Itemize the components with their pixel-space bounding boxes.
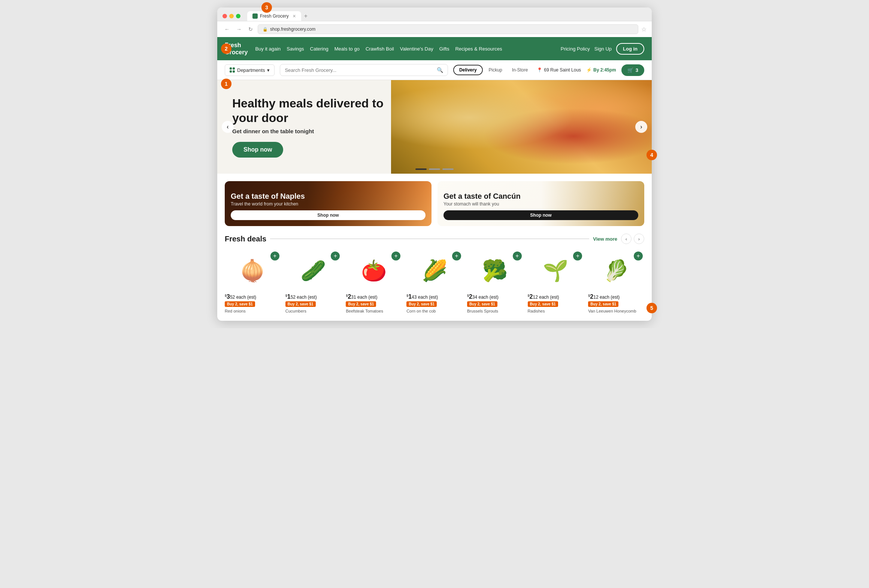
- hero-food-visual: [391, 80, 652, 174]
- annotation-2: 2: [221, 43, 231, 54]
- product-emoji: 🥬: [603, 259, 629, 283]
- dot-red[interactable]: [222, 14, 227, 18]
- reload-button[interactable]: ↻: [246, 25, 255, 33]
- price-cents: 12: [593, 295, 598, 300]
- site-nav-top: Fresh Grocery Buy it again Savings Cater…: [217, 37, 652, 60]
- hero-shop-now-button[interactable]: Shop now: [232, 142, 283, 158]
- browser-titlebar: Fresh Grocery ✕ +: [217, 7, 652, 21]
- product-add-button[interactable]: +: [513, 252, 522, 261]
- product-add-button[interactable]: +: [634, 252, 643, 261]
- price-cents: 12: [533, 295, 538, 300]
- hero-dot-2[interactable]: [429, 168, 440, 170]
- new-tab-button[interactable]: +: [301, 11, 311, 21]
- dot-green[interactable]: [236, 14, 240, 18]
- product-card: 🍅 + $231 each (est) Buy 2, save $1 Beefs…: [346, 250, 402, 313]
- product-add-button[interactable]: +: [391, 252, 400, 261]
- promo-cancun-shop-button[interactable]: Shop now: [443, 210, 638, 220]
- hero-dot-1[interactable]: [415, 168, 427, 170]
- view-more-link[interactable]: View more: [593, 236, 617, 242]
- product-add-button[interactable]: +: [573, 252, 582, 261]
- cart-button[interactable]: 🛒 3: [621, 64, 644, 76]
- tab-close-button[interactable]: ✕: [293, 14, 296, 19]
- product-price: $152 each (est): [285, 293, 342, 300]
- product-image-container: 🌽 +: [406, 250, 463, 291]
- product-card: 🌱 + $212 each (est) Buy 2, save $1 Radis…: [528, 250, 584, 313]
- product-name: Van Leeuwen Honeycomb: [588, 309, 644, 313]
- product-card: 🧅 + $352 each (est) Buy 2, save $1 Red o…: [225, 250, 281, 313]
- pricing-policy-link[interactable]: Pricing Policy: [561, 46, 590, 52]
- address-bar[interactable]: 🔒 shop.freshgrocery.com: [258, 24, 638, 34]
- price-label: each (est): [236, 295, 256, 300]
- nav-link-meals-to-go[interactable]: Meals to go: [334, 46, 360, 52]
- price-cents: 52: [291, 295, 296, 300]
- promo-naples-shop-button[interactable]: Shop now: [231, 210, 426, 220]
- price-dollar: 1: [408, 293, 412, 300]
- chevron-down-icon: ▾: [267, 67, 270, 73]
- product-image-container: 🌱 +: [528, 250, 584, 291]
- nav-link-savings[interactable]: Savings: [287, 46, 304, 52]
- promo-card-naples: Get a taste of Naples Travel the world f…: [225, 181, 432, 226]
- main-nav: Buy it again Savings Catering Meals to g…: [255, 46, 553, 52]
- nav-link-valentines-day[interactable]: Valentine's Day: [400, 46, 433, 52]
- price-label: each (est): [357, 295, 377, 300]
- browser-addressbar: ← → ↻ 🔒 shop.freshgrocery.com ☆: [217, 21, 652, 37]
- price-cents: 34: [472, 295, 477, 300]
- nav-link-gifts[interactable]: Gifts: [439, 46, 449, 52]
- search-bar[interactable]: 🔍: [280, 64, 448, 76]
- deals-header: Fresh deals View more ‹ ›: [225, 234, 644, 244]
- product-name: Beefsteak Tomatoes: [346, 309, 402, 313]
- browser-tab-bar: Fresh Grocery ✕ +: [247, 11, 311, 21]
- deals-prev-button[interactable]: ‹: [621, 234, 632, 244]
- login-button[interactable]: Log in: [616, 43, 644, 55]
- location-icon: 📍: [537, 67, 542, 73]
- price-cents: 31: [351, 295, 356, 300]
- sign-up-link[interactable]: Sign Up: [594, 46, 612, 52]
- dot-yellow[interactable]: [229, 14, 234, 18]
- product-deal-badge: Buy 2, save $1: [346, 301, 376, 307]
- annotation-1: 1: [221, 79, 231, 89]
- product-name: Brussels Sprouts: [467, 309, 523, 313]
- pickup-button[interactable]: Pickup: [485, 65, 506, 74]
- products-grid: 🧅 + $352 each (est) Buy 2, save $1 Red o…: [225, 250, 644, 313]
- grid-icon: [230, 67, 235, 73]
- nav-link-crawfish-boil[interactable]: Crawfish Boil: [366, 46, 394, 52]
- price-dollar: 2: [469, 293, 472, 300]
- promo-card-cancun: Get a taste of Cancún Your stomach will …: [437, 181, 644, 226]
- tab-title: Fresh Grocery: [260, 13, 289, 19]
- departments-button[interactable]: Departments ▾: [225, 64, 275, 76]
- product-price: $231 each (est): [346, 293, 402, 300]
- product-image-container: 🥒 +: [285, 250, 342, 291]
- delivery-button[interactable]: Delivery: [453, 65, 483, 75]
- browser-tab[interactable]: Fresh Grocery ✕: [247, 11, 301, 21]
- nav-link-buy-it-again[interactable]: Buy it again: [255, 46, 281, 52]
- product-card: 🥬 + $212 each (est) Buy 2, save $1 Van L…: [588, 250, 644, 313]
- product-add-button[interactable]: +: [331, 252, 340, 261]
- promo-naples-subtitle: Travel the world from your kitchen: [231, 201, 426, 207]
- forward-button[interactable]: →: [234, 25, 243, 33]
- hero-dot-3[interactable]: [442, 168, 454, 170]
- back-button[interactable]: ←: [222, 25, 231, 33]
- search-input[interactable]: [285, 67, 433, 73]
- instore-button[interactable]: In-Store: [508, 65, 532, 74]
- hero-next-button[interactable]: ›: [635, 121, 647, 133]
- browser-window: Fresh Grocery ✕ + ← → ↻ 🔒 shop.freshgroc…: [217, 7, 652, 321]
- product-deal-badge: Buy 2, save $1: [467, 301, 497, 307]
- product-name: Cucumbers: [285, 309, 342, 313]
- deals-divider: [270, 238, 589, 239]
- bookmark-button[interactable]: ☆: [641, 26, 647, 33]
- product-price: $212 each (est): [528, 293, 584, 300]
- price-label: each (est): [418, 295, 438, 300]
- promo-cancun-subtitle: Your stomach will thank you: [443, 201, 638, 207]
- hero-prev-button[interactable]: ‹: [222, 121, 234, 133]
- nav-link-recipes[interactable]: Recipes & Resources: [455, 46, 502, 52]
- delivery-options: Delivery Pickup In-Store: [453, 65, 532, 75]
- hero-content: Healthy meals delivered to your door Get…: [217, 85, 413, 169]
- product-add-button[interactable]: +: [270, 252, 279, 261]
- deals-next-button[interactable]: ›: [634, 234, 644, 244]
- deals-section: Fresh deals View more ‹ › 🧅 + $352 each …: [217, 234, 652, 321]
- price-dollar: 2: [590, 293, 593, 300]
- deals-nav: ‹ ›: [621, 234, 644, 244]
- product-price: $234 each (est): [467, 293, 523, 300]
- product-add-button[interactable]: +: [452, 252, 461, 261]
- nav-link-catering[interactable]: Catering: [310, 46, 328, 52]
